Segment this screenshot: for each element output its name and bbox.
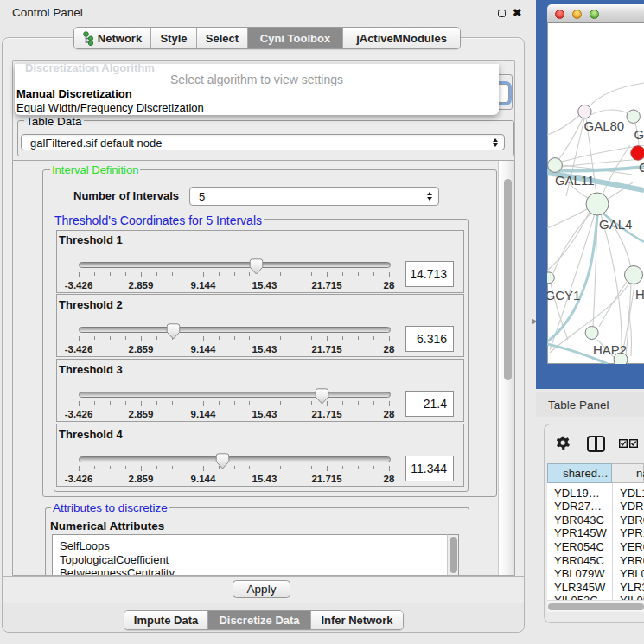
svg-text:GCY1: GCY1	[547, 288, 580, 303]
svg-text:C: C	[639, 160, 644, 175]
svg-text:GAL4: GAL4	[599, 217, 632, 232]
svg-text:GAL80: GAL80	[584, 118, 625, 133]
svg-text:HAP2: HAP2	[593, 342, 627, 357]
svg-text:GAL11: GAL11	[555, 173, 595, 188]
svg-text:H: H	[635, 287, 644, 302]
svg-text:GA: GA	[634, 127, 644, 142]
